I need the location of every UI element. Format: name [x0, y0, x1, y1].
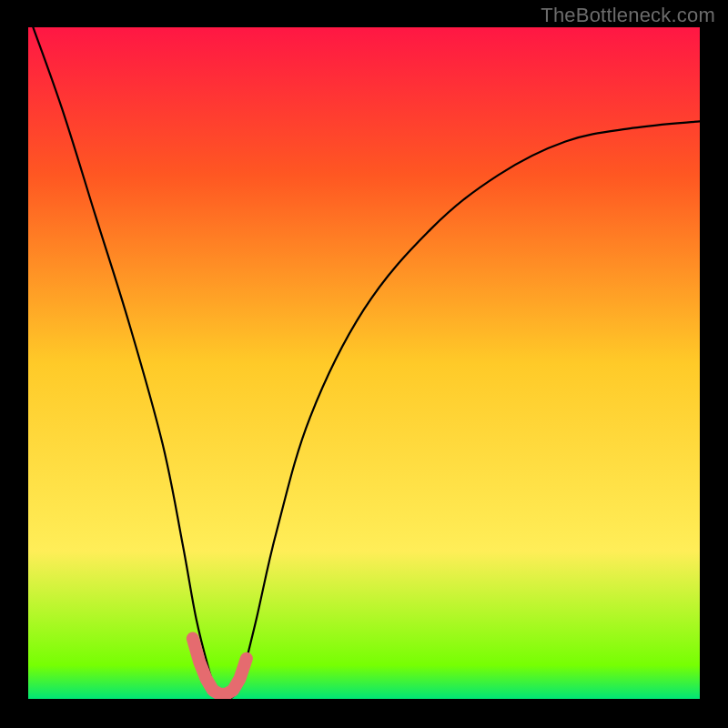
chart-frame: TheBottleneck.com: [0, 0, 728, 728]
plot-background: [28, 27, 700, 699]
chart-svg: [0, 0, 728, 728]
watermark-text: TheBottleneck.com: [541, 4, 715, 27]
